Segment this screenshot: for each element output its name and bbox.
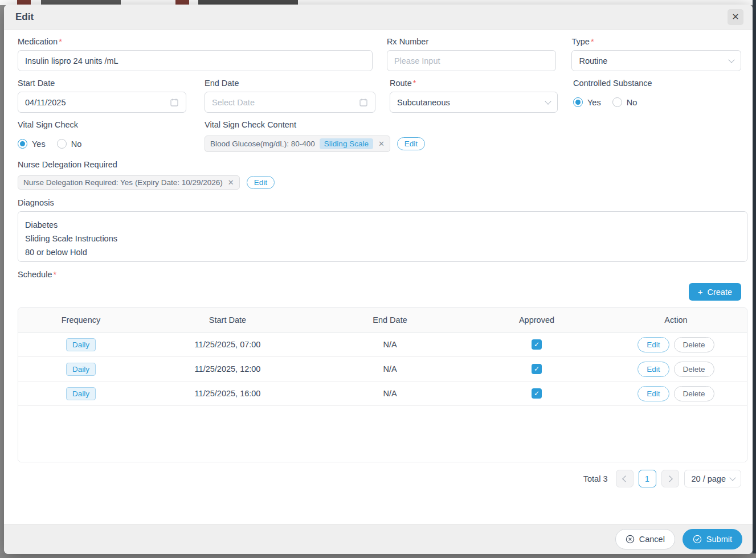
remove-tag-icon[interactable]: ✕ (228, 178, 234, 187)
type-label: Type* (571, 37, 741, 46)
plus-icon: + (698, 287, 703, 297)
end-date-cell: N/A (312, 340, 468, 349)
close-icon: ✕ (732, 11, 739, 22)
approved-checkbox[interactable]: ✓ (532, 388, 542, 399)
submit-button[interactable]: Submit (683, 529, 742, 549)
circle-x-icon (626, 535, 635, 544)
column-header-frequency: Frequency (18, 315, 144, 325)
vital-sign-check-no-radio[interactable]: No (57, 139, 82, 149)
calendar-icon (359, 98, 368, 107)
required-asterisk: * (591, 37, 594, 46)
remove-tag-icon[interactable]: ✕ (378, 140, 385, 148)
route-label: Route* (390, 79, 558, 88)
cancel-button[interactable]: Cancel (615, 529, 675, 549)
start-date-label: Start Date (18, 79, 186, 88)
start-date-value: 04/11/2025 (25, 98, 66, 107)
edit-medication-modal: Edit ✕ Medication* Rx Number Type* (4, 5, 753, 554)
chevron-right-icon (666, 475, 672, 482)
radio-unselected-icon (612, 97, 622, 107)
nurse-delegation-tag: Nurse Delegation Required: Yes (Expiry D… (18, 175, 240, 190)
create-schedule-button[interactable]: + Create (689, 283, 741, 301)
diagnosis-textarea[interactable]: Diabetes Sliding Scale Instructions 80 o… (18, 211, 747, 262)
table-empty-area (18, 406, 747, 462)
nurse-delegation-label: Nurse Delegation Required (18, 160, 741, 169)
row-edit-button[interactable]: Edit (638, 386, 669, 401)
radio-selected-icon (18, 139, 27, 149)
approved-checkbox[interactable]: ✓ (532, 364, 542, 374)
row-delete-button[interactable]: Delete (674, 386, 714, 401)
rx-number-input[interactable] (387, 50, 557, 71)
end-date-placeholder: Select Date (212, 98, 255, 107)
medication-input[interactable] (18, 50, 373, 71)
schedule-label: Schedule* (18, 270, 741, 279)
table-row: Daily 11/25/2025, 07:00 N/A ✓ Edit Delet… (18, 333, 747, 357)
chevron-down-icon (729, 474, 735, 481)
end-date-input[interactable]: Select Date (205, 92, 375, 113)
table-row: Daily 11/25/2025, 16:00 N/A ✓ Edit Delet… (18, 381, 747, 406)
controlled-substance-no-radio[interactable]: No (612, 97, 638, 107)
circle-check-icon (693, 535, 702, 544)
route-select-value: Subcutaneous (397, 98, 450, 107)
column-header-end-date: End Date (312, 315, 468, 325)
type-select[interactable]: Routine (571, 50, 741, 71)
chevron-down-icon (545, 98, 551, 104)
page-number-button[interactable]: 1 (639, 470, 656, 487)
row-delete-button[interactable]: Delete (674, 362, 714, 377)
start-date-cell: 11/25/2025, 07:00 (144, 340, 312, 349)
controlled-substance-label: Controlled Substance (573, 79, 741, 88)
start-date-cell: 11/25/2025, 16:00 (144, 389, 312, 398)
page-size-value: 20 / page (692, 474, 726, 483)
vital-sign-check-yes-radio[interactable]: Yes (18, 139, 46, 149)
calendar-icon (170, 98, 179, 107)
sliding-scale-badge: Sliding Scale (320, 138, 373, 149)
chevron-left-icon (622, 475, 628, 482)
modal-title: Edit (15, 11, 34, 23)
modal-footer: Cancel Submit (4, 524, 753, 554)
frequency-tag: Daily (66, 363, 96, 376)
route-select[interactable]: Subcutaneous (390, 92, 558, 113)
check-icon: ✓ (534, 340, 540, 348)
required-asterisk: * (413, 79, 416, 88)
previous-page-button[interactable] (616, 470, 634, 487)
rx-number-label: Rx Number (387, 37, 557, 46)
pagination: Total 3 1 20 / page (18, 470, 741, 487)
frequency-tag: Daily (66, 338, 96, 351)
nurse-delegation-tag-text: Nurse Delegation Required: Yes (Expiry D… (23, 178, 223, 187)
row-edit-button[interactable]: Edit (638, 362, 669, 377)
vital-sign-check-content-label: Vital Sign Check Content (205, 120, 425, 129)
controlled-substance-radio-group: Yes No (573, 92, 741, 113)
end-date-cell: N/A (312, 389, 468, 398)
diagnosis-label: Diagnosis (18, 198, 741, 207)
start-date-input[interactable]: 04/11/2025 (18, 92, 186, 113)
end-date-cell: N/A (312, 364, 468, 374)
pagination-total: Total 3 (583, 474, 608, 483)
modal-body: Medication* Rx Number Type* Routine (4, 30, 753, 524)
check-icon: ✓ (534, 389, 540, 397)
background-page-edge (753, 0, 756, 558)
check-icon: ✓ (534, 365, 540, 373)
close-button[interactable]: ✕ (728, 9, 743, 25)
nurse-delegation-edit-button[interactable]: Edit (247, 176, 275, 189)
schedule-table: Frequency Start Date End Date Approved A… (18, 307, 747, 462)
vital-sign-content-edit-button[interactable]: Edit (397, 137, 425, 150)
column-header-approved: Approved (468, 315, 605, 325)
table-header-row: Frequency Start Date End Date Approved A… (18, 308, 747, 333)
frequency-tag: Daily (66, 387, 96, 400)
table-row: Daily 11/25/2025, 12:00 N/A ✓ Edit Delet… (18, 357, 747, 381)
required-asterisk: * (53, 270, 56, 279)
start-date-cell: 11/25/2025, 12:00 (144, 364, 312, 374)
approved-checkbox[interactable]: ✓ (532, 339, 542, 350)
radio-selected-icon (573, 97, 583, 107)
page-size-select[interactable]: 20 / page (684, 470, 741, 487)
medication-label: Medication* (18, 37, 373, 46)
radio-unselected-icon (57, 139, 67, 149)
column-header-action: Action (605, 315, 747, 325)
vital-sign-check-radio-group: Yes No (18, 133, 186, 154)
row-edit-button[interactable]: Edit (638, 337, 669, 352)
vital-sign-content-tag: Blood Glucose(mg/dL): 80-400 Sliding Sca… (205, 136, 390, 152)
vital-sign-content-tag-text: Blood Glucose(mg/dL): 80-400 (210, 140, 315, 148)
next-page-button[interactable] (661, 470, 679, 487)
background-page-edge (0, 553, 756, 558)
controlled-substance-yes-radio[interactable]: Yes (573, 97, 601, 107)
row-delete-button[interactable]: Delete (674, 337, 714, 352)
